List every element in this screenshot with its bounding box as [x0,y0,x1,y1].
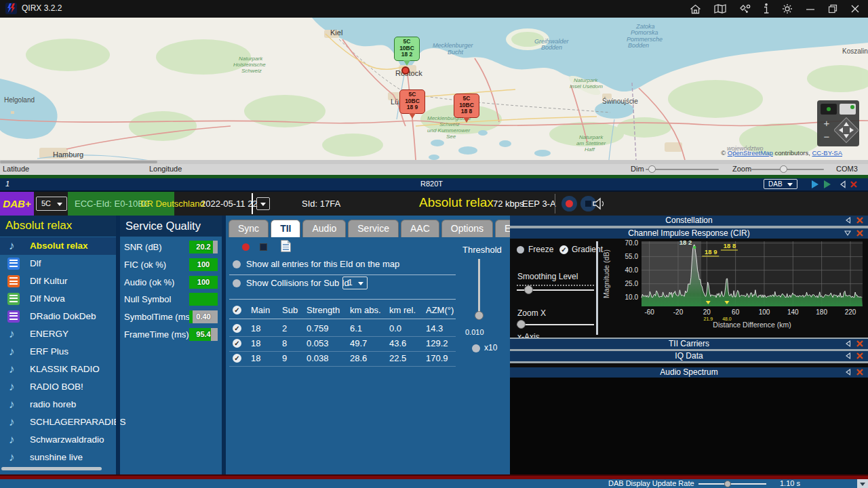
license-link[interactable]: CC-BY-SA [812,149,842,157]
sidebar-item-absolut-relax[interactable]: ♪Absolut relax [0,237,116,255]
info-icon[interactable] [764,3,769,14]
show-all-checkbox[interactable] [233,260,241,268]
svg-text:140: 140 [787,308,799,316]
settings-gear-icon[interactable] [782,3,793,14]
iq-data-header[interactable]: IQ Data [510,351,868,361]
tii-stop-icon[interactable] [260,243,267,251]
tab-tii[interactable]: TII [271,220,300,237]
sq-row-symboltime-ms-: SymbolTime (ms)0.40 [123,310,219,324]
datetime-dropdown[interactable] [256,197,270,210]
x10-radio[interactable] [472,344,480,352]
constellation-header[interactable]: Constellation [510,216,868,226]
bottom-accent-bar [0,474,868,479]
minimize-button[interactable] [806,4,815,14]
sidebar-item-dlf-nova[interactable]: Dlf Nova [0,290,116,308]
sidebar-item-energy[interactable]: ♪ENERGY [0,325,116,343]
threshold-slider-thumb[interactable] [475,311,484,320]
cir-header[interactable]: Channel Impulse Response (CIR) [510,228,868,239]
sidebar-scrollbar[interactable] [0,466,116,471]
close-panel-icon[interactable] [856,229,864,237]
svg-text:21.9: 21.9 [704,317,713,321]
row-checkbox[interactable]: ✓ [233,324,241,333]
map-zoom-out-button[interactable]: − [820,131,833,144]
sidebar-item-radio-bob-[interactable]: ♪RADIO BOB! [0,378,116,396]
tab-audio[interactable]: Audio [302,220,346,237]
collapse-left-icon[interactable] [839,180,847,188]
smoothing-slider[interactable] [524,285,533,294]
close-panel-icon[interactable] [856,368,864,376]
tuner-index: 1 [5,180,9,188]
mode-dropdown[interactable]: DAB [764,179,797,189]
service-name-label: Absolut relax [419,195,494,210]
map-layer-button-1[interactable] [821,104,837,115]
sidebar-item-dradio-dokdeb[interactable]: DRadio DokDeb [0,308,116,325]
speaker-icon[interactable] [591,197,606,211]
satellite-icon[interactable] [739,4,751,14]
close-panel-icon[interactable] [856,340,864,348]
channel-dropdown[interactable]: 5C [36,197,67,211]
close-tuner-icon[interactable] [850,180,858,188]
map-marker-transmitter-dot[interactable] [401,66,410,75]
close-panel-icon[interactable] [856,216,864,224]
row-checkbox[interactable]: ✓ [233,354,241,363]
osm-link[interactable]: OpenStreetMap [728,149,773,157]
sq-value-bar [189,293,218,306]
collapse-icon[interactable] [844,368,852,376]
osm-map[interactable]: KielMecklenburgerBuchtRostockLübeckHambu… [0,18,868,160]
dim-slider[interactable] [648,165,656,173]
sidebar-item-schwarzwaldradio[interactable]: ♪Schwarzwaldradio [0,431,116,449]
zoom-x-slider[interactable] [517,320,526,329]
show-collisions-checkbox[interactable] [233,279,241,287]
splitter-2[interactable] [222,216,226,474]
sidebar-item-dlf[interactable]: Dlf [0,255,116,272]
audio-spectrum-header[interactable]: Audio Spectrum [510,367,868,378]
splitter-1[interactable] [116,216,120,474]
sidebar-item-schlagerparadies[interactable]: ♪SCHLAGERPARADIES [0,413,116,431]
collapse-icon[interactable] [844,340,852,348]
table-cell: 0.0 [389,323,401,333]
map-marker-18-9[interactable]: 5C10BC18 9 [399,89,425,114]
map-icon[interactable] [714,4,726,14]
sidebar-item-erf-plus[interactable]: ♪ERF Plus [0,343,116,361]
map-layer-button-2[interactable] [840,104,856,115]
play-button[interactable] [812,180,818,188]
row-checkbox[interactable]: ✓ [233,339,241,348]
svg-text:60: 60 [732,308,740,316]
play-secondary-button[interactable] [824,180,831,188]
map-zoom-slider[interactable] [780,165,787,173]
tab-service[interactable]: Service [348,220,399,237]
sidebar-item-klassik-radio[interactable]: ♪KLASSIK RADIO [0,361,116,378]
subid-dropdown[interactable]: 1 [342,277,368,289]
sidebar-item-radio-horeb[interactable]: ♪radio horeb [0,396,116,413]
export-document-icon[interactable] [281,240,291,252]
svg-text:100: 100 [759,308,770,316]
close-button[interactable] [850,4,860,14]
collapse-icon[interactable] [844,216,852,224]
sid-label: SId: 17FA [302,199,340,209]
svg-text:20: 20 [703,308,711,316]
map-marker-18-8[interactable]: 5C10BC18 8 [454,94,479,118]
freeze-radio[interactable] [517,246,524,253]
sidebar-item-dlf-kultur[interactable]: Dlf Kultur [0,272,116,290]
expand-icon[interactable] [844,229,852,237]
tab-sync[interactable]: Sync [229,220,269,237]
tab-aac[interactable]: AAC [401,220,439,237]
collapse-icon[interactable] [844,352,852,360]
cir-controls-scrollbar[interactable] [596,241,598,335]
tii-carriers-header[interactable]: TII Carriers [510,339,868,349]
sidebar-item-sunshine-live[interactable]: ♪sunshine live [0,449,116,466]
close-panel-icon[interactable] [856,352,864,360]
sq-label: FrameTime (ms) [124,328,189,342]
statusbar-expander[interactable] [857,479,868,488]
gradient-checkbox[interactable]: ✓ [559,245,568,254]
tii-record-icon[interactable] [242,243,250,251]
restore-button[interactable] [828,4,837,14]
record-button[interactable] [561,196,577,211]
update-rate-slider[interactable] [724,481,731,487]
map-pan-dpad[interactable] [834,117,859,143]
row-checkbox[interactable]: ✓ [233,306,241,314]
tab-options[interactable]: Options [441,220,493,237]
map-marker-18-2[interactable]: 5C10BC18 2 [394,37,420,61]
home-icon[interactable] [690,4,701,14]
map-zoom-in-button[interactable]: + [820,118,833,130]
